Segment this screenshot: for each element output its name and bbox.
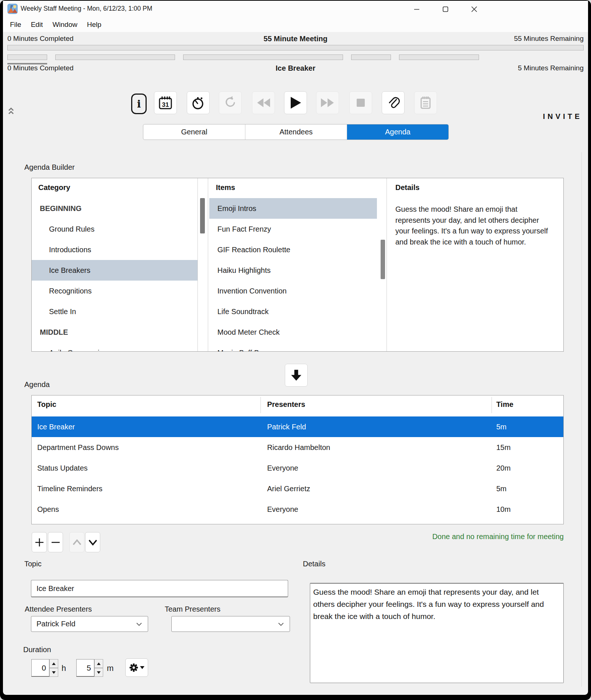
menu-file[interactable]: File <box>5 21 26 29</box>
category-item[interactable]: Settle In <box>32 301 197 322</box>
cell-presenters: Ariel Gerrietz <box>267 478 310 499</box>
minutes-up-button[interactable] <box>94 659 103 668</box>
agenda-row[interactable]: Timeline Reminders Ariel Gerrietz 5m <box>32 478 563 499</box>
segment-bar-4 <box>351 54 391 60</box>
move-down-button[interactable] <box>85 532 100 552</box>
agenda-row-selected[interactable]: Ice Breaker Patrick Feld 5m <box>32 416 563 437</box>
meeting-length-label: 55 Minute Meeting <box>3 35 588 43</box>
minimize-icon <box>413 6 420 13</box>
content-divider <box>581 152 582 687</box>
items-item[interactable]: Movie Buff Bonanza <box>209 342 377 352</box>
cell-topic: Timeline Reminders <box>37 478 102 499</box>
duration-hours-input[interactable] <box>31 659 49 677</box>
stop-button[interactable] <box>349 91 372 114</box>
topic-input[interactable] <box>31 580 288 597</box>
hours-up-button[interactable] <box>49 659 58 668</box>
items-details-divider <box>387 178 387 351</box>
agenda-row[interactable]: Department Pass Downs Ricardo Hambelton … <box>32 437 563 458</box>
minimize-button[interactable] <box>409 2 425 16</box>
agenda-row[interactable]: Status Updates Everyone 20m <box>32 458 563 478</box>
minutes-down-button[interactable] <box>94 668 103 677</box>
tab-general[interactable]: General <box>143 124 245 140</box>
double-chevron-up-icon <box>7 107 15 116</box>
cell-topic: Ice Breaker <box>37 416 75 437</box>
menu-help[interactable]: Help <box>82 21 106 29</box>
column-header-topic: Topic <box>37 400 56 409</box>
agenda-table: Topic Presenters Time Ice Breaker Patric… <box>31 395 564 524</box>
move-up-button[interactable] <box>69 532 84 552</box>
items-item[interactable]: Haiku Highlights <box>209 260 377 281</box>
segment-bar-1 <box>7 54 47 60</box>
items-item-selected[interactable]: Emoji Intros <box>209 198 377 219</box>
category-item-selected[interactable]: Ice Breakers <box>32 260 197 281</box>
duration-options-button[interactable] <box>125 658 148 677</box>
menu-window[interactable]: Window <box>48 21 82 29</box>
up-arrow-icon <box>97 662 101 665</box>
title-bar: Weekly Staff Meeting - Mon, 6/12/23, 1:0… <box>3 1 588 17</box>
team-presenters-label: Team Presenters <box>165 605 220 613</box>
fast-forward-button[interactable] <box>316 91 339 114</box>
items-scrollbar-thumb[interactable] <box>381 240 385 279</box>
maximize-icon <box>442 6 449 13</box>
close-icon <box>471 6 478 13</box>
items-item[interactable]: Mood Meter Check <box>209 322 377 342</box>
column-header-time: Time <box>496 400 513 409</box>
close-button[interactable] <box>466 2 482 16</box>
agenda-row[interactable]: Opens Everyone 10m <box>32 499 563 520</box>
notepad-icon <box>418 95 433 110</box>
timer-button[interactable] <box>187 91 210 114</box>
category-scrollbar-thumb[interactable] <box>200 198 205 233</box>
hours-down-button[interactable] <box>49 668 58 677</box>
details-text: Guess the mood! Share an emoji that repr… <box>395 204 552 247</box>
details-header: Details <box>395 183 420 192</box>
info-button[interactable]: i <box>131 94 147 114</box>
team-presenters-select[interactable] <box>171 616 290 632</box>
items-item[interactable]: Life Soundtrack <box>209 301 377 322</box>
segment-bar-3 <box>183 54 343 60</box>
invite-button[interactable]: INVITE <box>543 112 582 121</box>
add-row-button[interactable] <box>32 532 47 552</box>
agenda-builder-title: Agenda Builder <box>24 163 75 172</box>
cell-time: 20m <box>496 458 511 478</box>
category-items-divider <box>208 178 208 351</box>
down-arrow-icon <box>97 671 101 674</box>
collapse-panel-button[interactable] <box>7 107 15 117</box>
paperclip-icon <box>385 95 401 110</box>
play-button[interactable] <box>284 91 307 114</box>
header-separator <box>260 397 261 413</box>
meeting-time-status: Done and no remaining time for meeting <box>432 532 564 541</box>
attendee-presenters-select[interactable]: Patrick Feld <box>31 616 148 632</box>
items-item[interactable]: Invention Convention <box>209 281 377 301</box>
header-separator <box>492 397 492 413</box>
category-item[interactable]: Introductions <box>32 239 197 260</box>
items-header: Items <box>216 183 235 192</box>
menu-edit[interactable]: Edit <box>26 21 48 29</box>
overall-progress-bar <box>7 45 584 50</box>
add-to-agenda-button[interactable] <box>285 364 308 387</box>
chevron-down-icon <box>88 539 98 546</box>
rewind-button[interactable] <box>252 91 275 114</box>
notes-button[interactable] <box>414 91 437 114</box>
category-item[interactable]: Recognitions <box>32 281 197 301</box>
remove-row-button[interactable] <box>48 532 63 552</box>
items-item[interactable]: Fun Fact Frenzy <box>209 219 377 239</box>
category-item[interactable]: Agile Ceremonies <box>32 342 197 352</box>
tab-attendees[interactable]: Attendees <box>245 124 347 140</box>
reset-button[interactable] <box>219 91 242 114</box>
category-group[interactable]: BEGINNING <box>32 198 197 219</box>
maximize-button[interactable] <box>437 2 454 16</box>
cell-time: 15m <box>496 437 511 458</box>
details-textarea[interactable] <box>310 583 564 683</box>
items-item[interactable]: GIF Reaction Roulette <box>209 239 377 260</box>
down-arrow-icon <box>52 671 56 674</box>
segment-remaining-label: 5 Minutes Remaining <box>518 64 584 72</box>
category-item[interactable]: Ground Rules <box>32 219 197 239</box>
duration-minutes-input[interactable] <box>76 659 94 677</box>
attach-button[interactable] <box>382 91 405 114</box>
calendar-button[interactable]: 31 <box>154 91 177 114</box>
category-group[interactable]: MIDDLE <box>32 322 197 342</box>
minutes-unit-label: m <box>107 664 113 673</box>
cell-time: 10m <box>496 499 511 520</box>
tab-agenda[interactable]: Agenda <box>347 124 448 140</box>
attendee-presenters-value: Patrick Feld <box>36 616 76 632</box>
